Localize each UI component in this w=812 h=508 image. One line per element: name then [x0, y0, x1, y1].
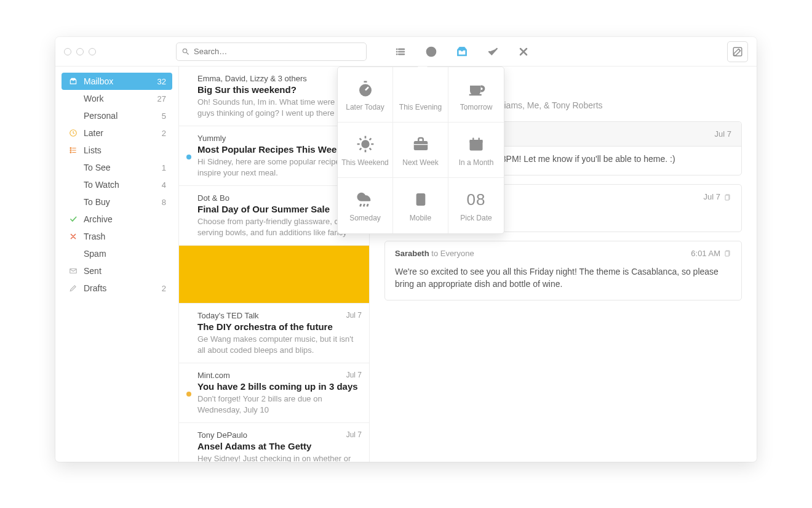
toolbar: [394, 45, 530, 58]
card-header: Sarabeth to Everyone 6:01 AM: [385, 241, 741, 259]
snooze-popover: Later Today This Evening Tomorrow This W…: [337, 67, 504, 234]
window-controls: [64, 48, 96, 55]
search-field[interactable]: [176, 42, 367, 61]
sidebar-item-later[interactable]: Later 2: [62, 124, 172, 142]
toolbar-inbox-icon[interactable]: [455, 45, 469, 58]
svg-point-4: [70, 150, 71, 151]
thread-card[interactable]: Sarabeth to Everyone 6:01 AM We're so ex…: [384, 241, 742, 301]
snooze-later-today[interactable]: Later Today: [338, 67, 393, 123]
attachment-icon: [724, 193, 731, 201]
unread-dot: [186, 155, 191, 159]
snooze-pick-date[interactable]: 08 Pick Date: [448, 178, 504, 233]
minimize-window-button[interactable]: [76, 48, 84, 55]
card-date: Jul 7: [704, 192, 720, 201]
toolbar-later-icon[interactable]: [424, 45, 438, 58]
svg-rect-10: [725, 251, 729, 256]
mailbox-icon: [68, 77, 79, 86]
calendar-icon: [468, 134, 485, 155]
sidebar: Mailbox 32 Work 27 Personal 5 Later 2 Li…: [55, 67, 178, 462]
sidebar-item-spam[interactable]: Spam: [62, 245, 172, 262]
x-icon: [68, 232, 79, 241]
snooze-in-a-month[interactable]: In a Month: [448, 123, 504, 178]
snooze-someday[interactable]: Someday: [338, 178, 393, 233]
compose-button[interactable]: [727, 41, 748, 62]
sidebar-label: Mailbox: [84, 76, 157, 86]
clock-icon: [68, 129, 79, 137]
sidebar-item-personal[interactable]: Personal 5: [62, 107, 172, 124]
stopwatch-icon: [356, 78, 375, 99]
titlebar: [55, 37, 757, 67]
list-icon: [68, 146, 79, 155]
moon-icon: [412, 78, 429, 99]
sidebar-item-drafts[interactable]: Drafts 2: [62, 280, 172, 297]
snoozed-dot: [186, 392, 191, 397]
attachment-icon: [724, 249, 731, 257]
svg-rect-18: [470, 140, 483, 143]
toolbar-archive-icon[interactable]: [486, 45, 500, 58]
snooze-this-evening[interactable]: This Evening: [393, 67, 448, 123]
sidebar-item-tosee[interactable]: To See 1: [62, 159, 172, 176]
app-window: Mailbox 32 Work 27 Personal 5 Later 2 Li…: [55, 37, 757, 462]
pick-date-glyph: 08: [467, 190, 486, 209]
pencil-icon: [68, 284, 79, 292]
svg-rect-19: [472, 137, 474, 140]
message-item-swiped[interactable]: [179, 246, 369, 304]
card-body: We're so excited to see you all this Fri…: [385, 259, 741, 300]
card-date: 6:01 AM: [691, 249, 720, 258]
svg-rect-12: [364, 81, 367, 83]
snooze-next-week[interactable]: Next Week: [393, 123, 448, 178]
message-item[interactable]: Jul 7 Today's TED Talk The DIY orchestra…: [179, 304, 369, 363]
envelope-icon: [68, 267, 79, 275]
card-date: Jul 7: [715, 129, 731, 139]
svg-rect-15: [413, 141, 428, 150]
sidebar-item-work[interactable]: Work 27: [62, 90, 172, 107]
sidebar-item-tobuy[interactable]: To Buy 8: [62, 193, 172, 211]
toolbar-lists-icon[interactable]: [394, 45, 407, 58]
sidebar-item-sent[interactable]: Sent: [62, 262, 172, 280]
phone-icon: [414, 189, 428, 210]
sidebar-item-trash[interactable]: Trash: [62, 228, 172, 245]
sidebar-item-towatch[interactable]: To Watch 4: [62, 176, 172, 193]
close-window-button[interactable]: [64, 48, 71, 55]
zoom-window-button[interactable]: [89, 48, 96, 55]
snooze-tomorrow[interactable]: Tomorrow: [448, 67, 504, 123]
sun-icon: [356, 134, 375, 155]
search-input[interactable]: [194, 47, 361, 56]
svg-point-5: [70, 152, 71, 153]
svg-rect-16: [413, 144, 428, 145]
svg-rect-13: [469, 94, 482, 95]
message-item[interactable]: Jul 7 Tony DePaulo Ansel Adams at The Ge…: [179, 423, 369, 462]
checkmark-icon: [68, 215, 79, 224]
search-icon: [181, 47, 190, 56]
svg-point-14: [362, 140, 368, 147]
sidebar-count: 32: [157, 77, 166, 86]
toolbar-delete-icon[interactable]: [517, 45, 530, 58]
snooze-mobile[interactable]: Mobile: [393, 178, 448, 233]
sidebar-item-mailbox[interactable]: Mailbox 32: [62, 73, 172, 90]
message-item[interactable]: Jul 7 Mint.com You have 2 bills coming u…: [179, 363, 369, 423]
briefcase-icon: [412, 134, 430, 155]
snooze-this-weekend[interactable]: This Weekend: [338, 123, 393, 178]
svg-point-3: [70, 148, 71, 149]
svg-rect-1: [733, 47, 742, 56]
sidebar-item-archive[interactable]: Archive: [62, 211, 172, 228]
coffee-icon: [467, 78, 485, 99]
svg-rect-20: [479, 137, 480, 140]
svg-point-22: [420, 203, 421, 204]
svg-rect-8: [725, 195, 729, 200]
sidebar-item-lists[interactable]: Lists: [62, 142, 172, 159]
cloud-rain-icon: [355, 189, 376, 210]
